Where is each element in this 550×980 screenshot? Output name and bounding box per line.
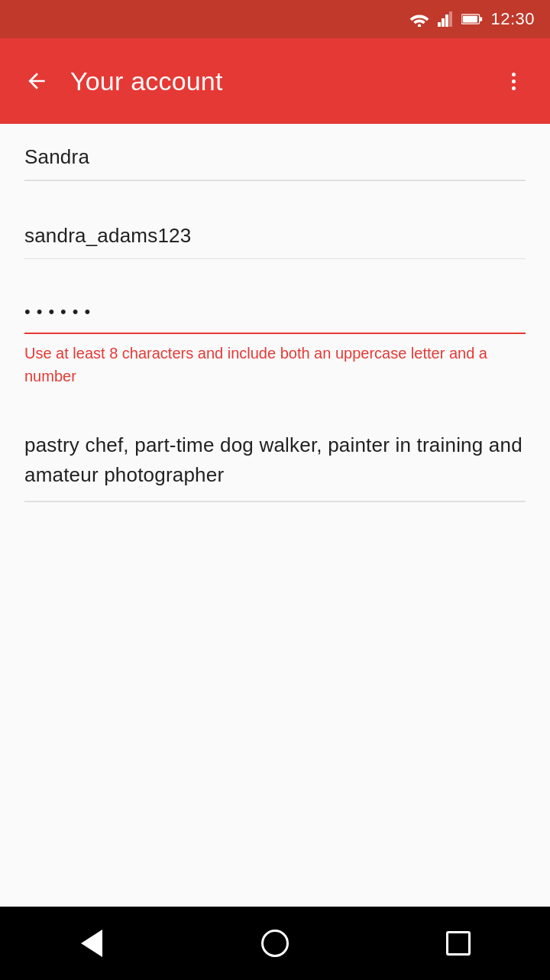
status-time: 12:30 — [490, 9, 535, 29]
name-field-group: Sandra — [0, 124, 550, 180]
status-bar: 12:30 — [0, 0, 550, 38]
more-menu-button[interactable] — [495, 63, 532, 99]
username-field-group: sandra_adams123 — [0, 203, 550, 258]
recents-square-icon — [446, 931, 471, 956]
bottom-navigation — [0, 907, 550, 980]
svg-rect-4 — [449, 11, 452, 27]
svg-rect-7 — [463, 16, 477, 23]
svg-rect-6 — [480, 17, 483, 21]
svg-rect-1 — [438, 22, 441, 27]
content-area: Sandra sandra_adams123 •••••• Use at lea… — [0, 124, 550, 907]
username-value[interactable]: sandra_adams123 — [24, 224, 526, 258]
nav-recents-button[interactable] — [428, 920, 489, 966]
battery-icon — [461, 12, 483, 26]
name-value[interactable]: Sandra — [24, 145, 526, 180]
svg-point-0 — [418, 24, 421, 28]
app-bar-title: Your account — [70, 67, 480, 96]
password-error-message: Use at least 8 characters and include bo… — [0, 334, 550, 388]
nav-home-button[interactable] — [244, 920, 306, 966]
password-value[interactable]: •••••• — [24, 302, 526, 333]
back-triangle-icon — [81, 930, 102, 957]
app-bar: Your account — [0, 38, 550, 124]
home-circle-icon — [261, 930, 289, 957]
wifi-icon — [409, 11, 429, 27]
back-button[interactable] — [18, 63, 55, 99]
password-field-group: •••••• — [0, 281, 550, 333]
bio-divider — [24, 501, 526, 502]
bio-field-group: pastry chef, part-time dog walker, paint… — [0, 409, 550, 501]
svg-rect-3 — [445, 15, 448, 27]
status-icons: 12:30 — [409, 9, 535, 29]
signal-icon — [437, 11, 454, 27]
nav-back-button[interactable] — [61, 920, 122, 966]
svg-rect-2 — [442, 18, 445, 27]
bio-value[interactable]: pastry chef, part-time dog walker, paint… — [24, 430, 526, 501]
